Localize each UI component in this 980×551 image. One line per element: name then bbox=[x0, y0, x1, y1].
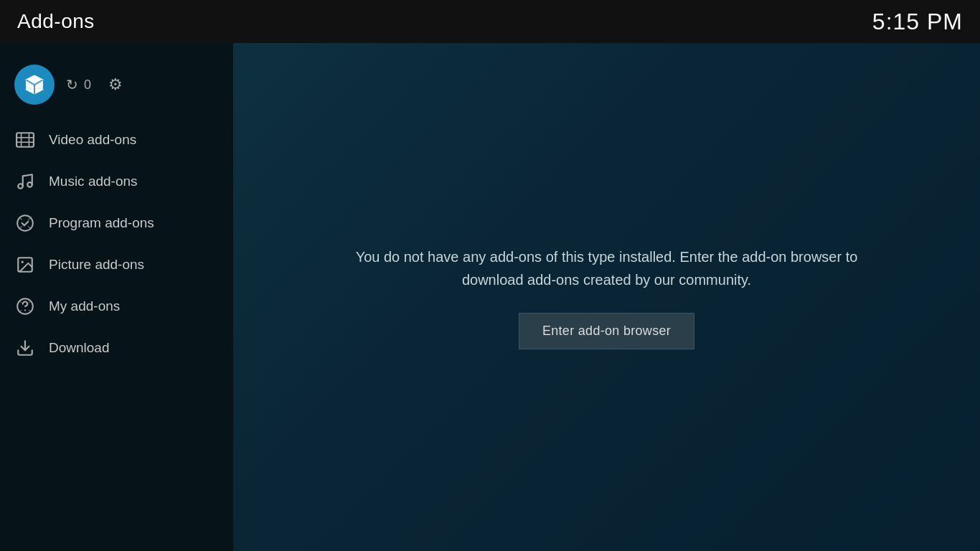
picture-icon bbox=[14, 254, 36, 276]
refresh-count: 0 bbox=[84, 77, 91, 93]
svg-point-6 bbox=[18, 184, 23, 189]
clock: 5:15 PM bbox=[872, 9, 963, 35]
refresh-area[interactable]: ↻ 0 bbox=[66, 76, 91, 93]
sidebar-item-my-addons[interactable]: My add-ons bbox=[0, 286, 233, 327]
content-area: You do not have any add-ons of this type… bbox=[233, 43, 980, 551]
sidebar-item-my-addons-label: My add-ons bbox=[49, 298, 120, 314]
app-title: Add-ons bbox=[17, 10, 95, 33]
enter-addon-browser-button[interactable]: Enter add-on browser bbox=[519, 313, 694, 349]
sidebar-top-bar: ↻ 0 ⚙ bbox=[0, 57, 233, 119]
my-addons-icon bbox=[14, 296, 36, 317]
sidebar-item-download-label: Download bbox=[49, 340, 110, 356]
music-icon bbox=[14, 171, 36, 192]
svg-rect-1 bbox=[17, 133, 34, 147]
svg-point-7 bbox=[27, 182, 32, 187]
sidebar-item-program-addons[interactable]: Program add-ons bbox=[0, 202, 233, 244]
sidebar-item-video-addons-label: Video add-ons bbox=[49, 132, 136, 148]
sidebar-item-picture-addons-label: Picture add-ons bbox=[49, 257, 144, 273]
sidebar-nav: Video add-ons Music add-ons bbox=[0, 119, 233, 369]
program-icon bbox=[14, 212, 36, 234]
svg-point-10 bbox=[24, 309, 26, 311]
main-layout: ↻ 0 ⚙ Video add-ons bbox=[0, 43, 980, 551]
sidebar-item-music-addons[interactable]: Music add-ons bbox=[0, 161, 233, 202]
sidebar-item-music-addons-label: Music add-ons bbox=[49, 174, 138, 189]
sidebar-item-picture-addons[interactable]: Picture add-ons bbox=[0, 244, 233, 286]
no-addons-message: You do not have any add-ons of this type… bbox=[356, 245, 858, 291]
app-header: Add-ons 5:15 PM bbox=[0, 0, 980, 43]
refresh-icon: ↻ bbox=[66, 76, 78, 93]
video-icon bbox=[14, 129, 36, 151]
sidebar-item-program-addons-label: Program add-ons bbox=[49, 215, 154, 231]
box-svg-icon bbox=[23, 73, 46, 96]
sidebar: ↻ 0 ⚙ Video add-ons bbox=[0, 43, 233, 551]
sidebar-item-video-addons[interactable]: Video add-ons bbox=[0, 119, 233, 161]
sidebar-item-download[interactable]: Download bbox=[0, 327, 233, 369]
svg-point-9 bbox=[22, 261, 24, 263]
addon-box-icon[interactable] bbox=[14, 65, 55, 105]
settings-icon[interactable]: ⚙ bbox=[108, 75, 123, 94]
download-icon bbox=[14, 337, 36, 359]
